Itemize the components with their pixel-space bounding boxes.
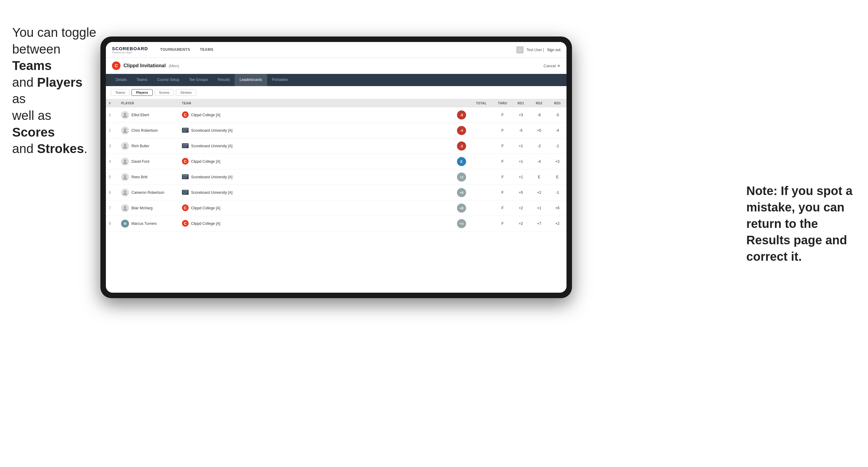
team-icon: C xyxy=(182,158,189,165)
cell-thru: F xyxy=(494,200,512,216)
logo-area: SCOREBOARD Powered by clippd xyxy=(112,46,148,54)
player-avatar xyxy=(121,158,129,165)
cell-rd2: -2 xyxy=(530,138,548,154)
cell-rd2: +2 xyxy=(530,185,548,200)
toggle-players-button[interactable]: Players xyxy=(131,89,152,96)
team-name: Clippd College [A] xyxy=(191,221,220,226)
table-row: 3Rich ButlerScoreboard University [A]-2F… xyxy=(106,138,566,154)
cell-player: Rees Britt xyxy=(118,169,179,185)
sign-out-link[interactable]: Sign out xyxy=(547,48,560,52)
clippd-logo-icon: C xyxy=(112,61,121,70)
cell-score-badge: +6 xyxy=(451,185,469,200)
team-name: Scoreboard University [A] xyxy=(191,144,232,148)
cell-rd2: E xyxy=(530,169,548,185)
team-name: Scoreboard University [A] xyxy=(191,128,232,133)
team-icon: C xyxy=(182,111,189,119)
player-name: Chris Robertson xyxy=(131,128,158,133)
player-name: Rees Britt xyxy=(131,175,148,179)
cell-team: CClippd College [A] xyxy=(179,200,451,216)
score-badge: +6 xyxy=(457,188,466,197)
svg-rect-25 xyxy=(183,192,188,193)
cell-rank: 4 xyxy=(106,154,118,169)
top-right-user: U Test User | Sign out xyxy=(516,46,560,54)
svg-rect-12 xyxy=(183,146,188,146)
player-name: Cameron Robertson xyxy=(131,190,164,195)
svg-rect-19 xyxy=(183,175,188,176)
team-icon xyxy=(182,174,189,180)
cell-rd1: +1 xyxy=(512,138,530,154)
player-avatar xyxy=(121,204,129,212)
cell-team: Scoreboard University [A] xyxy=(179,138,451,154)
table-row: 8MMarcus TurnersCClippd College [A]+11F+… xyxy=(106,216,566,231)
score-badge: -2 xyxy=(457,142,466,151)
svg-rect-21 xyxy=(183,178,187,178)
tab-printables[interactable]: Printables xyxy=(267,74,293,86)
tournament-header: C Clippd Invitational (Men) Cancel ✕ xyxy=(106,58,566,74)
nav-teams[interactable]: TEAMS xyxy=(195,42,218,58)
score-badge: E xyxy=(457,157,466,166)
col-rd2: RD2 xyxy=(530,99,548,107)
cell-rd1: +1 xyxy=(512,169,530,185)
cell-rank: 3 xyxy=(106,138,118,154)
toggle-teams-button[interactable]: Teams xyxy=(111,89,130,96)
cell-total xyxy=(469,154,494,169)
cell-rd3: E xyxy=(548,169,566,185)
col-total: TOTAL xyxy=(469,99,494,107)
score-badge: +11 xyxy=(457,219,466,228)
svg-point-1 xyxy=(124,113,126,115)
cell-score-badge: E xyxy=(451,154,469,169)
player-avatar: M xyxy=(121,220,129,227)
cell-total xyxy=(469,185,494,200)
cell-rd1: +1 xyxy=(512,154,530,169)
user-name: Test User | xyxy=(527,48,544,52)
cell-rank: 1 xyxy=(106,107,118,123)
team-icon xyxy=(182,128,189,133)
cell-player: Chris Robertson xyxy=(118,123,179,138)
tab-results[interactable]: Results xyxy=(213,74,235,86)
cell-score-badge: +11 xyxy=(451,216,469,231)
team-icon: C xyxy=(182,220,189,227)
toggle-strokes-button[interactable]: Strokes xyxy=(176,89,196,96)
cell-total xyxy=(469,169,494,185)
cell-player: Rich Butler xyxy=(118,138,179,154)
tab-leaderboards[interactable]: Leaderboards xyxy=(235,74,267,86)
team-name: Scoreboard University [A] xyxy=(191,175,232,179)
svg-text:C: C xyxy=(184,159,187,164)
svg-rect-11 xyxy=(183,144,188,145)
cell-rd1: +3 xyxy=(512,107,530,123)
tab-course-setup[interactable]: Course Setup xyxy=(152,74,184,86)
nav-tournaments[interactable]: TOURNAMENTS xyxy=(155,42,195,58)
nav-links: TOURNAMENTS TEAMS xyxy=(155,42,516,58)
svg-point-27 xyxy=(124,206,126,209)
cell-rd1: -5 xyxy=(512,123,530,138)
tab-details[interactable]: Details xyxy=(111,74,132,86)
cell-score-badge: -4 xyxy=(451,123,469,138)
table-body: 1Elliot EbertCClippd College [A]-8F+3-6-… xyxy=(106,107,566,231)
logo-text: SCOREBOARD xyxy=(112,46,148,51)
cell-rd3: +3 xyxy=(548,154,566,169)
player-name: Elliot Ebert xyxy=(131,113,149,117)
cell-total xyxy=(469,138,494,154)
col-rd3: RD3 xyxy=(548,99,566,107)
team-icon: C xyxy=(182,205,189,212)
col-team: TEAM xyxy=(179,99,451,107)
cell-score-badge: +1 xyxy=(451,169,469,185)
cell-rank: 2 xyxy=(106,123,118,138)
team-name: Clippd College [A] xyxy=(191,206,220,210)
leaderboard-table: # PLAYER TEAM TOTAL THRU RD1 RD2 RD3 1El… xyxy=(106,99,566,231)
top-nav: SCOREBOARD Powered by clippd TOURNAMENTS… xyxy=(106,42,566,58)
cell-team: Scoreboard University [A] xyxy=(179,123,451,138)
svg-text:C: C xyxy=(184,206,187,210)
cell-rd1: +2 xyxy=(512,216,530,231)
toggle-scores-button[interactable]: Scores xyxy=(155,89,174,96)
cell-thru: F xyxy=(494,138,512,154)
cancel-button[interactable]: Cancel ✕ xyxy=(544,64,560,68)
tab-tee-groups[interactable]: Tee Groups xyxy=(184,74,213,86)
cell-rd1: +5 xyxy=(512,185,530,200)
player-avatar xyxy=(121,173,129,181)
score-badge: -4 xyxy=(457,126,466,135)
tab-teams[interactable]: Teams xyxy=(132,74,152,86)
cell-team: CClippd College [A] xyxy=(179,107,451,123)
cell-total xyxy=(469,123,494,138)
cell-team: CClippd College [A] xyxy=(179,154,451,169)
